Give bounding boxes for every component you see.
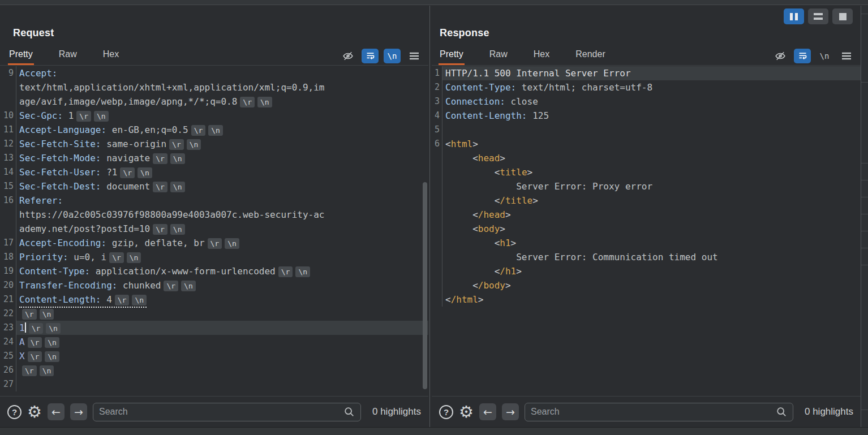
search-prev-button[interactable]: ← (48, 403, 65, 420)
code-line[interactable]: 5 (432, 123, 861, 137)
code-line[interactable]: 14Sec-Fetch-User: ?1\r\n (0, 165, 428, 179)
code-line[interactable]: text/html,application/xhtml+xml,applicat… (0, 80, 428, 94)
code-line[interactable]: 20Transfer-Encoding: chunked\r\n (0, 278, 428, 292)
code-line[interactable]: <body> (432, 222, 861, 236)
help-icon[interactable]: ? (7, 405, 22, 419)
status-line: HTTP/1.1 500 Internal Server Error (445, 68, 631, 79)
code-line[interactable]: 12Sec-Fetch-Site: same-origin\r\n (0, 137, 428, 151)
search-prev-button[interactable]: ← (479, 403, 496, 420)
line-content: Content-Length: 4\r\n (16, 292, 428, 307)
show-newlines-icon[interactable]: \n (816, 49, 833, 63)
code-line[interactable]: 25X\r\n (0, 349, 428, 363)
line-number: 23 (0, 321, 16, 335)
tab-raw[interactable]: Raw (488, 49, 509, 65)
code-line[interactable]: Server Error: Communication timed out (432, 250, 861, 264)
search-next-button[interactable]: → (70, 403, 87, 420)
hide-nonprintable-icon[interactable] (772, 49, 789, 63)
tag-name: /title (500, 195, 532, 206)
code-line[interactable]: 18Priority: u=0, i\r\n (0, 250, 428, 264)
tag-name: body (478, 223, 500, 234)
header-value: 4 (101, 294, 112, 305)
layout-single-button[interactable] (832, 8, 853, 24)
code-line[interactable]: 24A\r\n (0, 335, 428, 349)
code-line[interactable]: 4Content-Length: 125 (432, 109, 861, 123)
crlf-chip: \n (295, 266, 310, 277)
code-line[interactable]: 19Content-Type: application/x-www-form-u… (0, 264, 428, 278)
request-scrollbar-thumb[interactable] (423, 182, 427, 389)
tag-bracket: < (495, 195, 500, 206)
word-wrap-icon[interactable] (362, 49, 379, 63)
line-number: 14 (0, 165, 16, 179)
editor-menu-icon[interactable] (838, 49, 855, 63)
code-text: Server Error: Proxy error (445, 181, 652, 192)
header-name: Sec-Fetch-Site: (19, 139, 101, 149)
code-line[interactable]: 6<html> (432, 137, 861, 151)
crlf-chip: \r (76, 111, 91, 122)
code-line[interactable]: 26\r\n (0, 363, 428, 377)
code-line[interactable]: age/avif,image/webp,image/apng,*/*;q=0.8… (0, 94, 428, 109)
code-line[interactable]: 17Accept-Encoding: gzip, deflate, br\r\n (0, 236, 428, 250)
line-content: Sec-Fetch-Mode: navigate\r\n (16, 151, 428, 165)
line-content: Content-Type: application/x-www-form-url… (16, 264, 428, 278)
tab-raw[interactable]: Raw (58, 49, 78, 65)
code-line[interactable]: <head> (432, 151, 861, 165)
hide-nonprintable-icon[interactable] (340, 49, 356, 63)
layout-rows-button[interactable] (808, 8, 828, 24)
tag-name: html (451, 139, 473, 149)
code-line[interactable]: </head> (432, 208, 861, 222)
gear-icon[interactable]: ⚙ (27, 405, 42, 419)
line-number (0, 80, 16, 94)
code-line[interactable]: <title> (432, 165, 861, 179)
line-number: 18 (0, 250, 16, 264)
tab-pretty[interactable]: Pretty (8, 49, 34, 65)
line-content: </h1> (442, 264, 861, 278)
code-line[interactable]: 10Sec-Gpc: 1\r\n (0, 109, 428, 123)
code-line[interactable]: 231\r\n (0, 321, 428, 335)
crlf-chip: \r (169, 139, 184, 150)
gear-icon[interactable]: ⚙ (459, 405, 474, 419)
code-line[interactable]: https://0a2c005c03976f98800a99e4003a007c… (0, 208, 428, 222)
response-search-input[interactable] (531, 407, 776, 417)
code-line[interactable]: </title> (432, 193, 861, 208)
show-newlines-icon[interactable]: \n (384, 49, 401, 63)
code-line[interactable]: </body> (432, 278, 861, 292)
tab-hex[interactable]: Hex (532, 49, 551, 65)
panel-divider[interactable] (429, 6, 430, 427)
code-line[interactable]: 1HTTP/1.1 500 Internal Server Error (432, 66, 861, 80)
code-line[interactable]: </html> (432, 292, 861, 307)
line-content: <html> (442, 137, 861, 151)
request-search-toolbar: ? ⚙ ← → 0 highlights (0, 396, 428, 427)
layout-columns-button[interactable] (784, 8, 804, 24)
code-line[interactable]: <h1> (432, 236, 861, 250)
code-line[interactable]: 3Connection: close (432, 94, 861, 109)
tab-pretty[interactable]: Pretty (439, 49, 465, 65)
code-line[interactable]: 22\r\n (0, 307, 428, 321)
code-line[interactable]: ademy.net/post?postId=10\r\n (0, 222, 428, 236)
tab-hex[interactable]: Hex (102, 49, 120, 65)
code-line[interactable]: 21Content-Length: 4\r\n (0, 292, 428, 307)
help-icon[interactable]: ? (439, 405, 453, 419)
request-search-input[interactable] (99, 407, 343, 417)
search-next-button[interactable]: → (502, 403, 519, 420)
header-name: Connection: (445, 96, 505, 107)
line-content: \r\n (16, 307, 428, 321)
code-line[interactable]: 27 (0, 377, 428, 391)
body-char: X (19, 351, 25, 361)
crlf-chip: \n (46, 323, 61, 334)
code-line[interactable]: 2Content-Type: text/html; charset=utf-8 (432, 80, 861, 94)
request-editor[interactable]: 9Accept:text/html,application/xhtml+xml,… (0, 66, 428, 396)
code-line[interactable]: 15Sec-Fetch-Dest: document\r\n (0, 179, 428, 193)
code-line[interactable]: </h1> (432, 264, 861, 278)
header-name: Accept: (19, 68, 57, 79)
line-content: <title> (442, 165, 861, 179)
code-line[interactable]: 9Accept: (0, 66, 428, 80)
response-editor[interactable]: 1HTTP/1.1 500 Internal Server Error2Cont… (432, 66, 861, 396)
inspector-collapsed-strip[interactable] (861, 6, 868, 427)
code-line[interactable]: Server Error: Proxy error (432, 179, 861, 193)
word-wrap-icon[interactable] (794, 49, 811, 63)
code-line[interactable]: 16Referer: (0, 193, 428, 208)
code-line[interactable]: 13Sec-Fetch-Mode: navigate\r\n (0, 151, 428, 165)
editor-menu-icon[interactable] (406, 49, 423, 63)
tab-render[interactable]: Render (574, 49, 606, 65)
code-line[interactable]: 11Accept-Language: en-GB,en;q=0.5\r\n (0, 123, 428, 137)
